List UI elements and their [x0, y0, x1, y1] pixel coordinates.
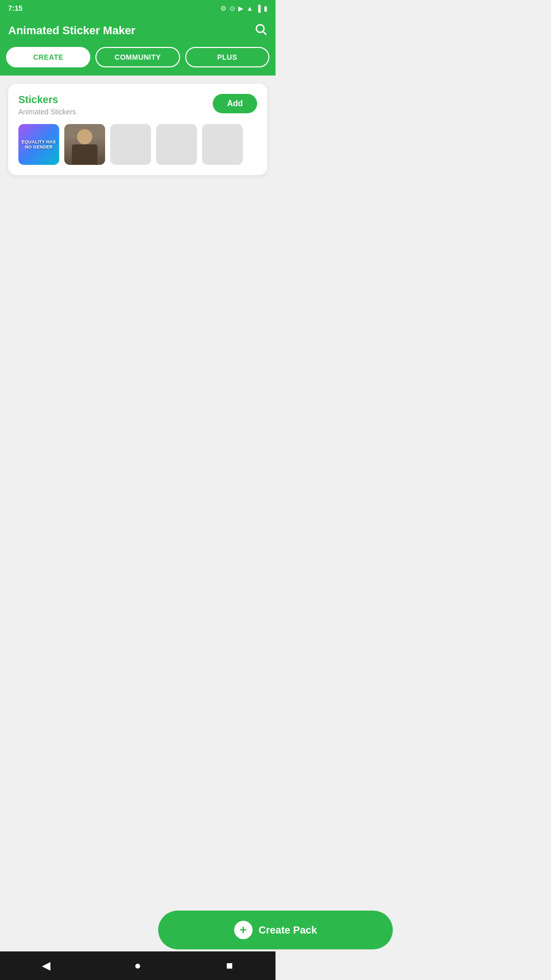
tab-create[interactable]: CREATE [6, 47, 90, 67]
tab-bar: CREATE COMMUNITY PLUS [0, 47, 276, 76]
search-button[interactable] [254, 22, 267, 39]
sticker-card: Stickers Animated Stickers Add EQUALITY … [8, 84, 267, 175]
status-time: 7:15 [8, 4, 22, 12]
sticker-card-subtitle: Animated Stickers [18, 108, 76, 116]
sticker-card-header: Stickers Animated Stickers Add [18, 94, 257, 116]
sticker-item-2[interactable] [64, 124, 105, 165]
battery-icon: ▮ [264, 5, 267, 12]
tab-plus[interactable]: PLUS [185, 47, 269, 67]
person-body [72, 144, 97, 165]
signal-icon: ▐ [256, 5, 261, 12]
sticker-item-3[interactable] [110, 124, 151, 165]
add-sticker-button[interactable]: Add [213, 94, 257, 113]
sticker-grid: EQUALITY HAS NO GENDER [18, 124, 257, 165]
status-icons: ⚙ ⊙ ▶ ▲ ▐ ▮ [220, 5, 267, 12]
tab-community[interactable]: COMMUNITY [95, 47, 180, 67]
svg-line-1 [263, 32, 266, 35]
status-bar: 7:15 ⚙ ⊙ ▶ ▲ ▐ ▮ [0, 0, 276, 16]
sticker-item-5[interactable] [202, 124, 243, 165]
sticker-item-1[interactable]: EQUALITY HAS NO GENDER [18, 124, 59, 165]
settings-icon: ⚙ [220, 5, 227, 12]
sticker-item-4[interactable] [156, 124, 197, 165]
sticker-card-info: Stickers Animated Stickers [18, 94, 76, 116]
sticker-card-title: Stickers [18, 94, 76, 106]
app-header: Animated Sticker Maker [0, 16, 276, 47]
at-sign-icon: ⊙ [230, 5, 235, 12]
person-head [77, 129, 92, 144]
wifi-icon: ▲ [246, 5, 253, 12]
youtube-icon: ▶ [238, 5, 243, 12]
svg-point-0 [256, 24, 264, 32]
main-content: Stickers Animated Stickers Add EQUALITY … [0, 76, 276, 433]
person-image [64, 124, 105, 165]
app-title: Animated Sticker Maker [8, 24, 135, 37]
